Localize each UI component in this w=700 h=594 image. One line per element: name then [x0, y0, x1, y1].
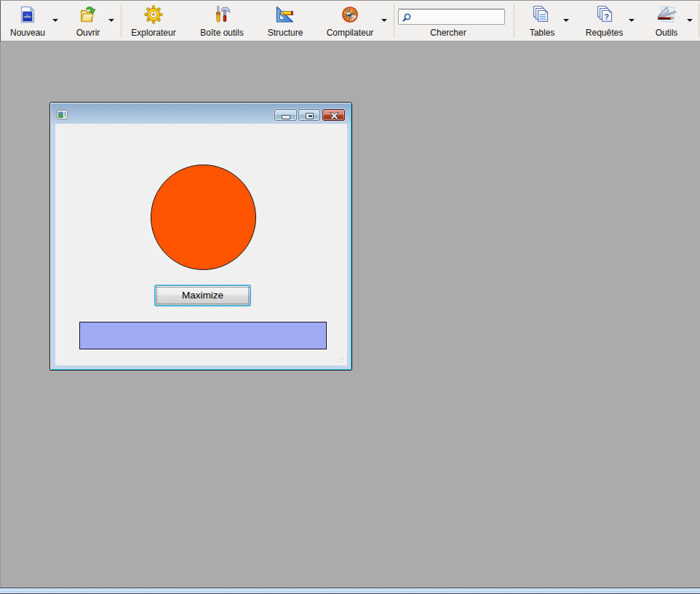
svg-text:?: ? [604, 12, 609, 21]
